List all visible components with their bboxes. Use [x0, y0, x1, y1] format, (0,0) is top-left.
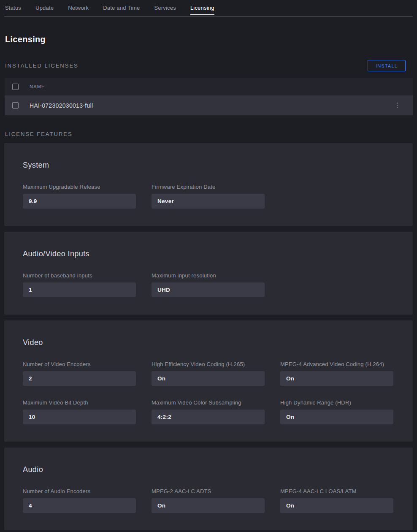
licenses-table: NAME HAI-072302030013-full — [5, 78, 413, 115]
field-label: Maximum Video Color Subsampling — [152, 399, 265, 406]
field-maximum-video-bit-depth: Maximum Video Bit Depth10 — [23, 399, 136, 424]
install-button[interactable]: INSTALL — [368, 60, 406, 71]
field-label: Firmware Expiration Date — [152, 184, 265, 190]
field-value: Never — [157, 198, 174, 204]
field-value: 10 — [29, 414, 35, 420]
field-value: On — [157, 375, 165, 382]
license-features-label: LICENSE FEATURES — [5, 131, 417, 137]
tab-date-and-time[interactable]: Date and Time — [103, 5, 140, 15]
field-number-of-baseband-inputs: Number of baseband inputs1 — [23, 272, 136, 297]
field-high-dynamic-range-hdr: High Dynamic Range (HDR)On — [280, 399, 393, 424]
field-label: MPEG-2 AAC-LC ADTS — [152, 488, 265, 494]
tab-services[interactable]: Services — [154, 5, 176, 15]
field-value: 4 — [29, 502, 32, 509]
field-value-box: On — [280, 410, 393, 424]
field-high-efficiency-video-coding-h-265: High Efficiency Video Coding (H.265)On — [152, 361, 265, 386]
field-label: High Efficiency Video Coding (H.265) — [152, 361, 265, 367]
license-name: HAI-072302030013-full — [30, 102, 93, 109]
field-value: 2 — [29, 375, 32, 382]
license-feature-cards: SystemMaximum Upgradable Release9.9Firmw… — [4, 143, 413, 530]
card-title: System — [23, 161, 394, 170]
field-number-of-video-encoders: Number of Video Encoders2 — [23, 361, 136, 386]
field-label: MPEG-4 AAC-LC LOAS/LATM — [280, 488, 393, 494]
field-maximum-video-color-subsampling: Maximum Video Color Subsampling4:2:2 — [152, 399, 265, 424]
field-maximum-upgradable-release: Maximum Upgradable Release9.9 — [23, 184, 136, 209]
field-mpeg-4-aac-lc-loas-latm: MPEG-4 AAC-LC LOAS/LATMOn — [280, 488, 393, 513]
tab-network[interactable]: Network — [68, 5, 89, 15]
field-label: Maximum input resolution — [152, 272, 265, 279]
field-value-box: On — [152, 498, 265, 513]
card-field-grid: Number of Audio Encoders4MPEG-2 AAC-LC A… — [23, 488, 394, 513]
field-value-box: 2 — [23, 371, 136, 386]
licenses-table-header-row: NAME — [5, 78, 413, 95]
card-field-grid: Maximum Upgradable Release9.9Firmware Ex… — [23, 184, 394, 209]
field-firmware-expiration-date: Firmware Expiration DateNever — [152, 184, 265, 209]
installed-licenses-header: INSTALLED LICENSES INSTALL — [5, 60, 406, 71]
field-mpeg-2-aac-lc-adts: MPEG-2 AAC-LC ADTSOn — [152, 488, 265, 513]
field-value-box: 1 — [23, 282, 136, 297]
field-label: High Dynamic Range (HDR) — [280, 399, 393, 406]
tab-bar: StatusUpdateNetworkDate and TimeServices… — [0, 0, 417, 15]
field-label: Number of Audio Encoders — [23, 488, 136, 494]
field-maximum-input-resolution: Maximum input resolutionUHD — [152, 272, 265, 297]
field-value: 9.9 — [29, 198, 37, 204]
card-title: Audio — [23, 465, 394, 474]
field-label: Number of Video Encoders — [23, 361, 136, 367]
card-video: VideoNumber of Video Encoders2High Effic… — [4, 320, 413, 442]
card-title: Audio/Video Inputs — [23, 250, 394, 258]
field-value: On — [286, 414, 294, 420]
installed-licenses-label: INSTALLED LICENSES — [5, 62, 79, 69]
field-value: 4:2:2 — [157, 414, 171, 420]
select-all-checkbox[interactable] — [12, 84, 19, 90]
field-value-box: Never — [152, 194, 265, 209]
card-title: Video — [23, 338, 394, 347]
column-header-name: NAME — [30, 84, 45, 89]
field-value-box: 9.9 — [23, 194, 136, 209]
field-value-box: On — [152, 371, 265, 386]
card-system: SystemMaximum Upgradable Release9.9Firmw… — [4, 143, 413, 226]
tab-status[interactable]: Status — [5, 5, 21, 15]
card-audio: AudioNumber of Audio Encoders4MPEG-2 AAC… — [4, 448, 413, 530]
field-label: Number of baseband inputs — [23, 272, 136, 279]
card-field-grid: Number of baseband inputs1Maximum input … — [23, 272, 394, 297]
row-checkbox[interactable] — [12, 102, 19, 109]
field-value: On — [157, 502, 165, 509]
field-value-box: On — [280, 371, 393, 386]
field-value-box: 4 — [23, 498, 136, 513]
field-value: UHD — [157, 287, 170, 293]
field-value-box: UHD — [152, 282, 265, 297]
tab-licensing[interactable]: Licensing — [190, 5, 214, 15]
card-audio-video-inputs: Audio/Video InputsNumber of baseband inp… — [4, 232, 413, 315]
row-actions-kebab-icon[interactable] — [395, 101, 400, 110]
field-label: Maximum Upgradable Release — [23, 184, 136, 190]
field-value-box: On — [280, 498, 393, 513]
field-number-of-audio-encoders: Number of Audio Encoders4 — [23, 488, 136, 513]
field-value-box: 4:2:2 — [152, 410, 265, 424]
tab-update[interactable]: Update — [35, 5, 54, 15]
field-mpeg-4-advanced-video-coding-h-264: MPEG-4 Advanced Video Coding (H.264)On — [280, 361, 393, 386]
field-value: On — [286, 375, 294, 382]
page-title: Licensing — [5, 35, 417, 44]
field-label: Maximum Video Bit Depth — [23, 399, 136, 406]
tab-bar-divider — [4, 16, 413, 16]
field-value-box: 10 — [23, 410, 136, 424]
field-value: 1 — [29, 287, 32, 293]
field-label: MPEG-4 Advanced Video Coding (H.264) — [280, 361, 393, 367]
field-value: On — [286, 502, 294, 509]
license-table-row[interactable]: HAI-072302030013-full — [5, 95, 413, 115]
card-field-grid: Number of Video Encoders2High Efficiency… — [23, 361, 394, 424]
